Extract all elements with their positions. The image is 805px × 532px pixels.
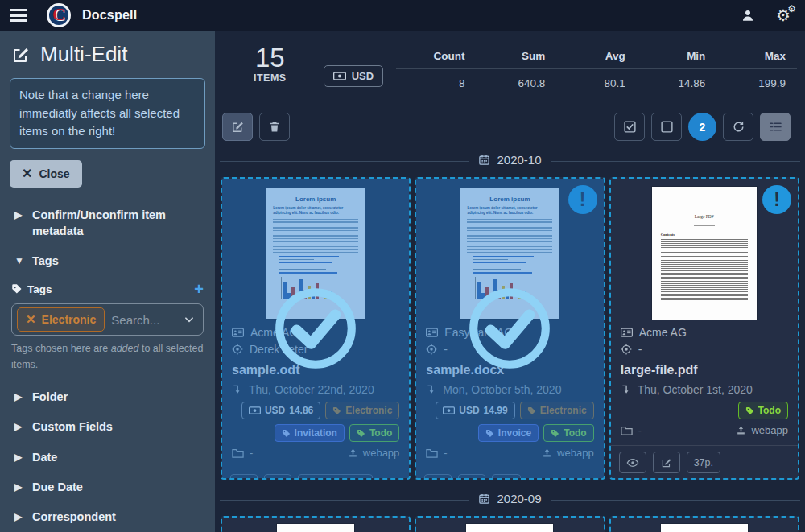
upload-icon <box>542 447 552 458</box>
edit-icon <box>231 120 245 134</box>
card-footer: 4p. <box>416 468 603 480</box>
item-card[interactable]: Keywords in PDF <box>221 516 411 532</box>
stats-value: 14.86 <box>637 69 717 96</box>
tag-badge: Invoice <box>478 424 539 442</box>
document-thumbnail: Lorem ipsum dolor sit amet, consectetur … <box>416 518 603 532</box>
edit-icon <box>11 45 31 64</box>
source-info: webapp <box>736 424 788 436</box>
stats-value: 640.8 <box>477 69 557 96</box>
id-card-icon <box>426 328 438 337</box>
document-thumbnail: Keywords in PDF <box>222 518 409 532</box>
tag-icon <box>485 429 494 438</box>
tag-search-input[interactable] <box>111 313 177 327</box>
trash-icon <box>268 120 281 134</box>
item-date-row: Mon, October 5th, 2020 <box>426 383 593 396</box>
list-icon <box>769 121 782 133</box>
item-card[interactable]: Lorem ipsum Lorem ipsum dolor sit amet, … <box>609 516 799 532</box>
chevron-down-icon <box>184 314 195 325</box>
user-icon[interactable] <box>741 8 755 23</box>
preview-button[interactable] <box>424 474 452 480</box>
section-folder[interactable]: ▶Folder <box>10 382 205 411</box>
item-name: large-file.pdf <box>621 363 788 377</box>
dot-circle-icon <box>426 344 437 355</box>
tags-edit-panel: Tags + ✕ Electronic Tags chosen here are… <box>10 276 205 377</box>
source-info: webapp <box>348 447 400 459</box>
date-group-header: 2020-09 <box>220 492 800 508</box>
next-attachment-button[interactable]: → <box>299 475 324 480</box>
stats-value: 199.9 <box>716 69 797 96</box>
stats-table: Count Sum Avg Min Max 8 640.8 80.1 14.86… <box>396 47 797 96</box>
deselect-all-button[interactable] <box>651 113 682 141</box>
tags-help-text: Tags chosen here are added to all select… <box>11 341 204 373</box>
menu-icon[interactable] <box>10 9 27 22</box>
docspell-logo[interactable]: C <box>47 3 71 27</box>
section-custom-fields[interactable]: ▶Custom Fields <box>10 412 205 441</box>
app-title: Docspell <box>82 8 137 23</box>
currency-badge: USD <box>324 65 383 87</box>
close-button[interactable]: ✕ Close <box>10 160 82 188</box>
tag-badge: Todo <box>543 424 593 442</box>
edit-button[interactable] <box>458 474 485 480</box>
level-down-icon <box>621 384 631 395</box>
selected-check-icon <box>464 283 555 373</box>
item-cards-row: Keywords in PDF Lorem ipsum dolor sit am… <box>215 516 805 532</box>
select-all-button[interactable] <box>614 113 645 141</box>
stats-header: Avg <box>556 47 637 68</box>
folder-info: - <box>232 447 253 459</box>
id-card-icon <box>232 328 244 337</box>
selected-tag-chip[interactable]: ✕ Electronic <box>17 307 105 332</box>
stats-header: Max <box>716 47 797 68</box>
edit-icon <box>661 457 672 468</box>
remove-chip-icon[interactable]: ✕ <box>26 312 36 327</box>
preview-button[interactable] <box>619 452 646 473</box>
item-card-sample-odt[interactable]: Lorem ipsum Lorem ipsum dolor sit amet, … <box>221 177 411 480</box>
item-card-sample-docx[interactable]: ! Lorem ipsum Lorem ipsum dolor sit amet… <box>415 177 605 480</box>
tag-icon <box>282 429 291 438</box>
stats-value: 80.1 <box>556 69 637 96</box>
caret-right-icon: ▶ <box>14 451 23 464</box>
tag-badge: Electronic <box>520 402 594 419</box>
page-count-label: 4p. <box>492 474 520 480</box>
folder-icon <box>426 448 438 458</box>
item-card[interactable]: Lorem ipsum dolor sit amet, consectetur … <box>415 516 605 532</box>
square-icon <box>660 120 674 134</box>
correspondent-row: Acme AG <box>621 326 788 339</box>
warning-icon: ! <box>568 185 597 214</box>
invert-selection-button[interactable] <box>723 113 753 141</box>
tag-badge: Todo <box>738 402 788 419</box>
tags-field-label: Tags <box>27 283 52 295</box>
settings-gears-icon[interactable]: ⚙⚙ <box>776 7 791 23</box>
tag-icon <box>551 429 559 438</box>
selection-toolbar: 2 <box>222 113 797 141</box>
calendar-icon <box>478 154 490 166</box>
section-confirm-metadata[interactable]: ▶ Confirm/Unconfirm item metadata <box>10 200 205 246</box>
delete-selected-button[interactable] <box>259 113 290 141</box>
folder-info: - <box>426 447 447 459</box>
top-navbar: C Docspell ⚙⚙ <box>0 0 805 31</box>
list-view-button[interactable] <box>760 113 791 141</box>
add-tag-icon[interactable]: + <box>194 281 204 297</box>
preview-button[interactable] <box>230 474 258 480</box>
money-bill-icon <box>249 406 261 414</box>
tags-multiselect[interactable]: ✕ Electronic <box>11 303 204 336</box>
tag-badge: Invitation <box>275 424 345 442</box>
page-count-label: 37p. <box>687 452 720 473</box>
caret-right-icon: ▶ <box>14 420 23 434</box>
concerning-row: - <box>621 343 788 356</box>
item-card-large-file-pdf[interactable]: ! Large PDF Contents Acme AG <box>609 177 799 480</box>
section-tags[interactable]: ▼ Tags <box>10 246 205 275</box>
tag-icon <box>745 406 754 415</box>
items-count-value: 15 <box>254 43 287 72</box>
sidebar-title: Multi-Edit <box>40 42 127 67</box>
edit-button[interactable] <box>653 452 680 473</box>
section-correspondent[interactable]: ▶Correspondent <box>10 502 205 531</box>
section-date[interactable]: ▶Date <box>10 443 205 472</box>
tag-icon <box>527 406 536 415</box>
edit-button[interactable] <box>264 474 291 480</box>
section-due-date[interactable]: ▶Due Date <box>10 472 205 501</box>
selected-count-badge[interactable]: 2 <box>688 113 716 141</box>
calendar-icon <box>478 493 490 505</box>
stats-header: Sum <box>477 47 557 68</box>
level-down-icon <box>426 384 436 395</box>
edit-selected-button[interactable] <box>222 113 253 141</box>
